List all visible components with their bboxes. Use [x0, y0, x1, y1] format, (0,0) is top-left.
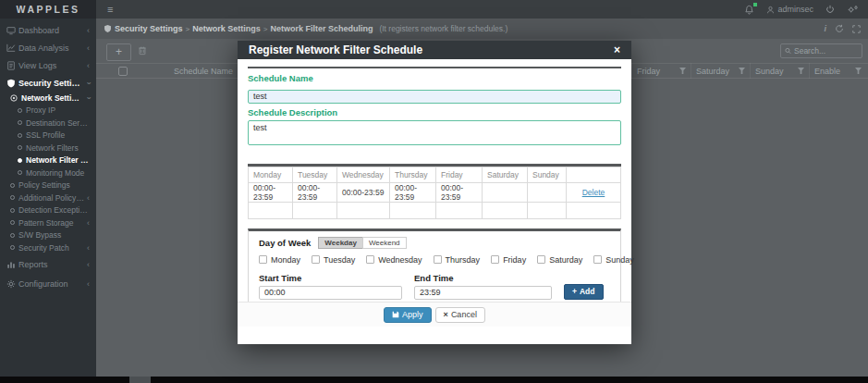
app-root: WAPPLES Dashboard ‹ Data Analysis ‹: [0, 0, 868, 383]
sidebar-item-reports[interactable]: Reports ‹: [0, 256, 96, 274]
gear-icon: [6, 279, 18, 289]
weekday-button[interactable]: Weekday: [318, 237, 363, 249]
add-time-button[interactable]: + Add: [564, 284, 604, 300]
sidebar-item-policy-settings[interactable]: Policy Settings: [0, 179, 96, 192]
close-icon[interactable]: ×: [614, 44, 620, 56]
start-time-label: Start Time: [259, 273, 402, 283]
column-header-saturday: Saturday: [691, 63, 750, 79]
chevron-left-icon: ‹: [87, 243, 90, 253]
breadcrumb-description: (It registers network filter schedules.): [379, 24, 507, 33]
end-time-input[interactable]: [414, 286, 552, 300]
chevron-down-icon: ‹: [84, 81, 93, 84]
page-action-icons: i: [824, 24, 861, 33]
plus-icon: +: [572, 287, 577, 296]
checkbox-label: Sunday: [605, 255, 634, 265]
schedule-description-textarea[interactable]: test: [248, 120, 621, 145]
sidebar-item-network-settings[interactable]: Network Settings ‹: [0, 92, 96, 105]
chevron-left-icon: ‹: [87, 61, 90, 70]
fullscreen-icon[interactable]: [852, 25, 861, 33]
checkbox-friday[interactable]: Friday: [491, 255, 526, 265]
sidebar-item-detection-exceptions[interactable]: Detection Exceptions: [0, 204, 96, 217]
settings-gears-icon[interactable]: [847, 5, 859, 15]
sidebar-item-pattern-storage[interactable]: Pattern Storage ‹: [0, 216, 96, 229]
notifications-bell-icon[interactable]: [744, 5, 754, 15]
day-column-header: Monday: [249, 167, 293, 182]
filter-funnel-icon[interactable]: [679, 68, 686, 74]
info-icon[interactable]: i: [824, 24, 826, 33]
checkbox-icon: [366, 255, 374, 264]
sidebar-item-proxy-ip[interactable]: Proxy IP: [0, 105, 96, 117]
checkbox-sunday[interactable]: Sunday: [593, 255, 634, 265]
delete-row-link[interactable]: Delete: [582, 188, 605, 197]
sidebar-item-additional-policy-settings[interactable]: Additional Policy Settings ‹: [0, 192, 96, 204]
search-input[interactable]: [794, 46, 858, 56]
bullet-filled-icon: [18, 158, 22, 163]
day-of-week-row: Day of Week Weekday Weekend: [259, 237, 610, 249]
delete-schedule-button[interactable]: [138, 45, 147, 56]
file-icon: [6, 61, 18, 70]
select-all-checkbox[interactable]: [118, 67, 128, 76]
breadcrumb-item[interactable]: Network Settings: [192, 24, 261, 33]
top-navbar: ≡ adminsec: [96, 0, 868, 19]
column-header-enable: Enable: [809, 63, 866, 79]
person-icon: [766, 6, 775, 14]
refresh-icon[interactable]: [835, 24, 844, 33]
checkbox-icon: [434, 255, 442, 264]
sidebar-menu: Dashboard ‹ Data Analysis ‹ View Logs ‹: [0, 19, 96, 293]
filter-funnel-icon[interactable]: [739, 68, 745, 74]
apply-button[interactable]: Apply: [384, 307, 432, 323]
username-label: adminsec: [777, 5, 813, 14]
sidebar-item-monitoring-mode[interactable]: Monitoring Mode: [0, 167, 96, 179]
trash-icon: [138, 45, 147, 56]
sidebar-item-security-settings[interactable]: Security Settings ‹: [0, 74, 96, 92]
checkbox-thursday[interactable]: Thursday: [434, 255, 481, 265]
sidebar-item-dashboard[interactable]: Dashboard ‹: [0, 21, 96, 39]
add-schedule-button[interactable]: +: [106, 43, 131, 61]
register-schedule-modal: Register Network Filter Schedule × Sched…: [238, 41, 631, 344]
sidebar-item-label: Dashboard: [18, 26, 84, 35]
cancel-button[interactable]: × Cancel: [435, 307, 485, 323]
sidebar-item-label: Detection Exceptions: [18, 205, 90, 215]
sidebar-item-data-analysis[interactable]: Data Analysis ‹: [0, 39, 96, 56]
x-icon: ×: [444, 310, 448, 319]
bullet-icon: [18, 108, 22, 113]
bullet-icon: [10, 245, 15, 250]
sidebar-item-security-patch[interactable]: Security Patch ‹: [0, 241, 96, 254]
schedule-name-input[interactable]: [248, 90, 621, 104]
sidebar-item-label: Security Patch: [18, 243, 84, 253]
sidebar-item-network-filter-scheduling[interactable]: Network Filter Scheduling: [0, 154, 96, 167]
power-icon[interactable]: [825, 5, 835, 14]
sidebar-item-label: View Logs: [18, 61, 84, 70]
bullet-icon: [10, 208, 15, 213]
sidebar-item-view-logs[interactable]: View Logs ‹: [0, 56, 96, 74]
sidebar-item-sw-bypass[interactable]: S/W Bypass: [0, 229, 96, 242]
checkbox-tuesday[interactable]: Tuesday: [312, 255, 355, 265]
schedule-name-label: Schedule Name: [248, 73, 621, 83]
checkbox-wednesday[interactable]: Wednesday: [366, 255, 422, 265]
breadcrumb-item[interactable]: Network Filter Scheduling: [270, 24, 373, 33]
day-of-week-label: Day of Week: [259, 238, 311, 248]
user-menu[interactable]: adminsec: [766, 5, 813, 14]
filter-funnel-icon[interactable]: [855, 68, 862, 74]
breadcrumb-item[interactable]: Security Settings: [115, 24, 183, 33]
time-cell: 00:00-23:59: [390, 182, 436, 202]
weekend-button[interactable]: Weekend: [362, 237, 407, 249]
filter-funnel-icon[interactable]: [798, 68, 804, 74]
weekday-checkboxes: Monday Tuesday Wednesday Thursday Friday…: [259, 255, 610, 265]
checkbox-saturday[interactable]: Saturday: [537, 255, 582, 265]
sidebar-item-ssl-profile[interactable]: SSL Profile: [0, 130, 96, 142]
apply-button-label: Apply: [402, 310, 423, 319]
sidebar-toggle-icon[interactable]: ≡: [107, 4, 113, 15]
sidebar-item-label: Configuration: [18, 279, 84, 289]
checkbox-monday[interactable]: Monday: [259, 255, 300, 265]
bottom-bar-notch: [129, 377, 151, 383]
bullet-icon: [10, 183, 15, 188]
sidebar-item-network-filters[interactable]: Network Filters: [0, 142, 96, 154]
bullet-icon: [10, 220, 15, 225]
chevron-left-icon: ‹: [87, 260, 90, 269]
schedule-description-label: Schedule Description: [248, 107, 621, 117]
column-header-schedule-name: Schedule Name: [174, 67, 233, 76]
start-time-input[interactable]: [259, 286, 402, 300]
sidebar-item-configuration[interactable]: Configuration ‹: [0, 276, 96, 293]
sidebar-item-destination-server[interactable]: Destination Server: [0, 117, 96, 130]
